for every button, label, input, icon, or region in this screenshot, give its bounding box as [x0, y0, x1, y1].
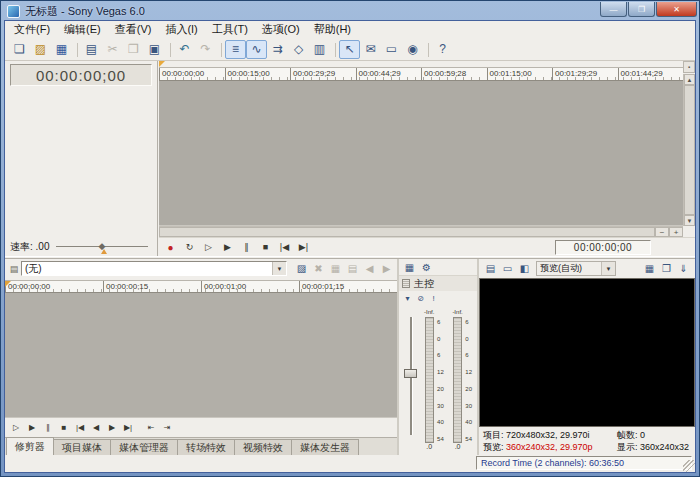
auto-ripple-button[interactable]: ⇉ — [267, 40, 288, 59]
close-button[interactable]: ✕ — [656, 2, 697, 17]
master-drag-handle-icon[interactable] — [402, 279, 410, 288]
vertical-scroll-thumb[interactable] — [684, 85, 695, 215]
pause-button[interactable]: ∥ — [237, 239, 256, 255]
trimmer-prev-frame-button[interactable]: ◀ — [88, 420, 104, 435]
save-button[interactable]: ▦ — [51, 40, 72, 59]
play-button[interactable]: ▶ — [218, 239, 237, 255]
video-properties-button[interactable]: ▤ — [482, 261, 499, 277]
menu-item[interactable]: 帮助(H) — [307, 21, 358, 38]
tab-media-manager[interactable]: 媒体管理器 — [110, 439, 178, 455]
master-fader-handle[interactable] — [404, 369, 417, 378]
mixer-properties-button[interactable]: ⚙ — [418, 259, 435, 275]
go-to-end-button[interactable]: ▶| — [294, 239, 313, 255]
menu-item[interactable]: 文件(F) — [7, 21, 57, 38]
timeline-horizontal-scrollbar[interactable]: − + — [159, 226, 683, 237]
timeline-ruler[interactable]: 00:00:00;0000:00:15;0000:00:29;2900:00:4… — [159, 67, 683, 81]
tab-video-fx[interactable]: 视频特效 — [234, 439, 292, 455]
trimmer-go-to-start-button[interactable]: |◀ — [72, 420, 88, 435]
selection-edit-tool-button[interactable]: ▭ — [381, 40, 402, 59]
menu-item[interactable]: 编辑(E) — [57, 21, 108, 38]
trimmer-ruler[interactable]: 00:00:00;0000:00:00;1500:00:01;0000:00:0… — [5, 280, 397, 293]
timeline-canvas[interactable] — [159, 81, 683, 226]
menu-item[interactable]: 查看(V) — [108, 21, 159, 38]
zoom-in-button[interactable]: + — [669, 227, 683, 237]
tab-project-media[interactable]: 项目媒体 — [53, 439, 111, 455]
external-monitor-button[interactable]: ▭ — [499, 261, 516, 277]
save-markers-button[interactable]: ▦ — [327, 261, 344, 277]
cursor-position-display[interactable]: 00:00:00;00 — [10, 64, 152, 86]
trimmer-play-from-start-button[interactable]: ▷ — [8, 420, 24, 435]
tab-media-generators[interactable]: 媒体发生器 — [291, 439, 359, 455]
project-properties-button[interactable]: ▤ — [81, 40, 102, 59]
undo-button[interactable]: ↶ — [174, 40, 195, 59]
meter-left-bar[interactable] — [425, 317, 434, 443]
grid-overlay-button[interactable]: ▦ — [641, 261, 658, 277]
auto-crossfade-button[interactable]: ∿ — [246, 40, 267, 59]
zoom-edit-tool-button[interactable]: ◉ — [402, 40, 423, 59]
zoom-out-button[interactable]: − — [655, 227, 669, 237]
trimmer-next-frame-button[interactable]: ▶ — [104, 420, 120, 435]
loop-playback-button[interactable]: ↻ — [180, 239, 199, 255]
scroll-down-button[interactable]: ▼ — [684, 215, 695, 226]
trimmer-pause-button[interactable]: ∥ — [40, 420, 56, 435]
trimmer-go-to-end-button[interactable]: ▶| — [120, 420, 136, 435]
ruler-tick: 00:00:00;15 — [103, 281, 201, 292]
mute-button[interactable]: ⊘ — [414, 292, 427, 305]
tab-transitions[interactable]: 转场特效 — [177, 439, 235, 455]
dropdown-arrow-icon[interactable]: ▼ — [272, 262, 286, 275]
paste-button[interactable]: ▣ — [144, 40, 165, 59]
transport-timecode[interactable]: 00:00:00;00 — [555, 240, 651, 255]
ruler-tick: 00:00:00;00 — [5, 281, 103, 292]
trimmer-play-button[interactable]: ▶ — [24, 420, 40, 435]
next-media-button[interactable]: ▶ — [378, 261, 395, 277]
save-snapshot-button[interactable]: ⇓ — [675, 261, 692, 277]
mixer-panel: ▦⚙ 主控 ▾⊘! -Inf. — [399, 259, 479, 455]
open-button[interactable]: ▨ — [30, 40, 51, 59]
scroll-up-button[interactable]: ▲ — [684, 74, 695, 85]
horizontal-scroll-thumb[interactable] — [159, 227, 655, 237]
split-screen-view-button[interactable]: ◧ — [516, 261, 533, 277]
dock-pin-button[interactable]: ▪ — [683, 61, 695, 73]
trimmer-mark-in-button[interactable]: ⇤ — [143, 420, 159, 435]
menu-item[interactable]: 工具(T) — [205, 21, 255, 38]
remove-media-button[interactable]: ✖ — [310, 261, 327, 277]
play-from-start-button[interactable]: ▷ — [199, 239, 218, 255]
lock-envelopes-button[interactable]: ◇ — [288, 40, 309, 59]
media-properties-button[interactable]: ▤ — [344, 261, 361, 277]
redo-button[interactable]: ↷ — [195, 40, 216, 59]
trimmer-stop-button[interactable]: ■ — [56, 420, 72, 435]
dropdown-arrow-icon[interactable]: ▼ — [601, 262, 615, 275]
fader-mode-button[interactable]: ▾ — [401, 292, 414, 305]
minimize-button[interactable]: — — [600, 2, 627, 17]
rate-slider[interactable]: ◆ — [56, 240, 152, 255]
copy-button[interactable]: ❐ — [123, 40, 144, 59]
whats-this-help-button[interactable]: ? — [432, 40, 453, 59]
copy-snapshot-button[interactable]: ❐ — [658, 261, 675, 277]
trimmer-cursor-marker-icon[interactable] — [5, 281, 11, 287]
envelope-edit-tool-button[interactable]: ✉ — [360, 40, 381, 59]
stop-button[interactable]: ■ — [256, 239, 275, 255]
insert-bus-button[interactable]: ▦ — [401, 259, 418, 275]
trimmer-media-dropdown[interactable]: (无) ▼ — [21, 261, 287, 276]
track-list-empty-area[interactable] — [5, 88, 157, 238]
timeline-vertical-scrollbar[interactable]: ▲ ▼ — [683, 74, 695, 226]
open-media-button[interactable]: ▨ — [293, 261, 310, 277]
prev-media-button[interactable]: ◀ — [361, 261, 378, 277]
maximize-button[interactable]: ❐ — [628, 2, 655, 17]
normal-edit-tool-button[interactable]: ↖ — [339, 40, 360, 59]
ignore-event-grouping-button[interactable]: ▥ — [309, 40, 330, 59]
new-project-button[interactable]: ❏ — [9, 40, 30, 59]
trimmer-mark-out-button[interactable]: ⇥ — [159, 420, 175, 435]
go-to-start-button[interactable]: |◀ — [275, 239, 294, 255]
menu-item[interactable]: 插入(I) — [158, 21, 204, 38]
meter-right-bar[interactable] — [453, 317, 462, 443]
trimmer-canvas[interactable] — [5, 293, 397, 418]
cut-button[interactable]: ✂ — [102, 40, 123, 59]
preview-quality-dropdown[interactable]: 预览(自动) ▼ — [536, 261, 616, 276]
tab-trimmer[interactable]: 修剪器 — [6, 437, 54, 455]
record-button[interactable]: ● — [161, 239, 180, 255]
resize-grip[interactable] — [683, 460, 695, 472]
menu-item[interactable]: 选项(O) — [255, 21, 307, 38]
solo-button[interactable]: ! — [427, 292, 440, 305]
enable-snapping-button[interactable]: ≡ — [225, 40, 246, 59]
